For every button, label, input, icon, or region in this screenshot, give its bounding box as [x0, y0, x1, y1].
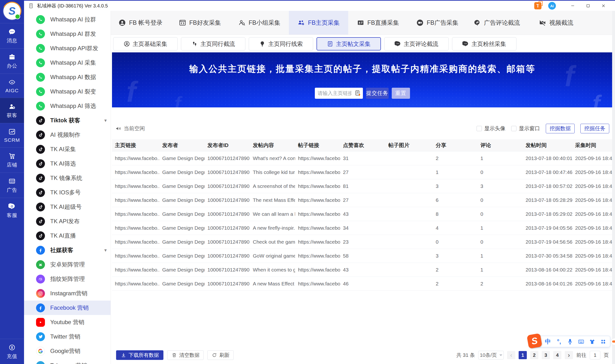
sidebar-item[interactable]: Whatsapp AI 裂变 ▾	[24, 84, 111, 99]
tab[interactable]: FB直播采集	[348, 11, 408, 35]
subtab[interactable]: 主页同行截流	[181, 37, 245, 51]
subtab[interactable]: 主页基础采集	[113, 37, 178, 51]
page-size-select[interactable]: 10条/页	[478, 351, 504, 359]
tab[interactable]: FB广告采集	[408, 11, 467, 35]
tab[interactable]: 视频截流	[526, 11, 586, 35]
skin-icon[interactable]	[589, 338, 596, 345]
rail-item[interactable]: 消息	[0, 23, 24, 48]
page-button[interactable]: 2	[530, 351, 538, 359]
column-header[interactable]: 主页链接	[112, 142, 159, 149]
column-header[interactable]: 分享	[433, 142, 478, 149]
reset-button[interactable]: 重置	[392, 88, 410, 99]
close-button[interactable]	[596, 1, 611, 11]
table-row[interactable]: https://www.facebo... Game Design Degr..…	[112, 179, 612, 193]
sogou-logo[interactable]: S	[527, 333, 542, 349]
import-links-icon[interactable]	[354, 90, 361, 97]
table-row[interactable]: https://www.facebo... Game Design Degr..…	[112, 151, 612, 165]
sidebar-item[interactable]: Tiktok 获客 ▾	[24, 113, 111, 128]
keyboard-icon[interactable]	[578, 338, 585, 345]
subtab[interactable]: 主页粉丝采集	[452, 37, 516, 51]
microphone-icon[interactable]	[567, 338, 574, 345]
page-link-input[interactable]	[318, 90, 351, 96]
rail-item[interactable]: @ 客服	[0, 198, 24, 223]
column-header[interactable]: 帖子图片	[385, 142, 433, 149]
sidebar-item[interactable]: Whatsapp AI 群发 ▾	[24, 27, 111, 41]
sidebar-item[interactable]: 安卓矩阵管理 ▾	[24, 257, 111, 272]
translate-tray-icon[interactable]: T	[534, 2, 541, 9]
subtab[interactable]: 主页同行线索	[249, 37, 313, 51]
tab[interactable]: FB 帐号登录	[111, 11, 170, 35]
rail-item[interactable]: SCRM	[0, 123, 24, 147]
sidebar-item[interactable]: TK API发布 ▾	[24, 214, 111, 229]
tab[interactable]: FB小组采集	[230, 11, 289, 35]
table-row[interactable]: https://www.facebo... Game Design Degr..…	[112, 165, 612, 179]
sidebar-item[interactable]: Whatsapp AI 筛选 ▾	[24, 99, 111, 113]
rail-item[interactable]: ADS 广告	[0, 172, 24, 198]
column-header[interactable]: 发布者	[159, 142, 205, 149]
table-row[interactable]: https://www.facebo... Game Design Degr..…	[112, 277, 612, 291]
column-header[interactable]: 点赞喜欢	[340, 142, 385, 149]
show-window-checkbox[interactable]: 显示窗口	[511, 125, 540, 132]
goto-page-input[interactable]	[590, 351, 600, 359]
sidebar-item[interactable]: Google营销 ▾	[24, 344, 111, 358]
download-all-button[interactable]: 下载所有数据	[116, 350, 163, 360]
rail-item[interactable]: AI AIGC	[0, 74, 24, 98]
column-header[interactable]: 发布者ID	[205, 142, 250, 149]
rail-item-recharge[interactable]: 充值	[0, 339, 24, 364]
mine-data-button[interactable]: 挖掘数据	[546, 124, 575, 133]
sidebar-item[interactable]: TK AI超级号 ▾	[24, 200, 111, 214]
sidebar-item[interactable]: Whatsapp AI 拉群 ▾	[24, 12, 111, 27]
column-header[interactable]: 帖子链接	[295, 142, 340, 149]
table-row[interactable]: https://www.facebo... Game Design Degr..…	[112, 235, 612, 249]
table-row[interactable]: https://www.facebo... Game Design Degr..…	[112, 193, 612, 207]
tab[interactable]: FB好友采集	[170, 11, 230, 35]
table-row[interactable]: https://www.facebo... Game Design Degr..…	[112, 221, 612, 235]
page-button[interactable]: 4	[553, 351, 562, 359]
mine-task-button[interactable]: 挖掘任务	[580, 124, 609, 133]
sidebar-item[interactable]: TK AI采集 ▾	[24, 142, 111, 156]
column-header[interactable]: 评论	[478, 142, 523, 149]
page-button[interactable]: 1	[519, 351, 527, 359]
sidebar-item[interactable]: Whatsapp API群发 ▾	[24, 41, 111, 55]
show-avatar-checkbox[interactable]: 显示头像	[477, 125, 505, 132]
sidebar-item[interactable]: Telegram 营销 ▾	[24, 358, 111, 364]
table-row[interactable]: https://www.facebo... Game Design Degr..…	[112, 249, 612, 263]
page-button[interactable]: 3	[542, 351, 550, 359]
subtab[interactable]: 主页帖文采集	[316, 37, 381, 51]
table-row[interactable]: https://www.facebo... Game Design Degr..…	[112, 207, 612, 221]
sidebar-item[interactable]: Whatsapp AI 采集 ▾	[24, 55, 111, 70]
maximize-button[interactable]	[580, 1, 596, 11]
sidebar-item[interactable]: TK IOS多号 ▾	[24, 185, 111, 200]
checkbox-box[interactable]	[511, 126, 516, 131]
checkbox-box[interactable]	[477, 126, 482, 131]
sidebar-item[interactable]: TK AI筛选 ▾	[24, 156, 111, 171]
sidebar-item[interactable]: Twitter 营销 ▾	[24, 329, 111, 344]
tab[interactable]: FB主页采集	[289, 11, 348, 35]
sidebar-item[interactable]: Whatsapp AI 数据 ▾	[24, 70, 111, 84]
toolbox-icon[interactable]	[600, 338, 607, 345]
rail-item[interactable]: 获客	[0, 98, 24, 123]
submit-task-button[interactable]: 提交任务	[366, 88, 389, 99]
column-header[interactable]: 发帖时间	[523, 142, 572, 149]
sidebar-item[interactable]: 指纹矩阵管理 ▾	[24, 272, 111, 286]
sidebar-item[interactable]: Instagram营销 ▾	[24, 286, 111, 300]
sidebar-item[interactable]: Facebook 营销 ▾	[24, 300, 111, 315]
scrollbar-track[interactable]	[612, 11, 615, 364]
prev-page-button[interactable]: ‹	[507, 351, 515, 359]
mascot-icon[interactable]	[611, 338, 615, 345]
table-row[interactable]: https://www.facebo... Game Design Degr..…	[112, 263, 612, 277]
column-header[interactable]: 发帖内容	[250, 142, 295, 149]
next-page-button[interactable]: ›	[565, 351, 573, 359]
subtab[interactable]: 主页评论截流	[384, 37, 449, 51]
rail-item[interactable]: 店铺	[0, 147, 24, 172]
chinese-mode-icon[interactable]: 中	[545, 338, 551, 345]
column-header[interactable]: 采集时间	[572, 142, 612, 149]
ai-chat-tray-icon[interactable]: Ai	[548, 2, 556, 10]
punctuation-icon[interactable]: °,	[556, 338, 562, 345]
minimize-button[interactable]	[565, 1, 580, 11]
sidebar-item[interactable]: 社媒获客 ▾	[24, 243, 111, 257]
rail-item[interactable]: 办公	[0, 48, 24, 74]
sidebar-item[interactable]: Youtube 营销 ▾	[24, 315, 111, 329]
refresh-button[interactable]: 刷新	[207, 350, 234, 360]
sidebar-item[interactable]: TK 镜像系统 ▾	[24, 171, 111, 185]
